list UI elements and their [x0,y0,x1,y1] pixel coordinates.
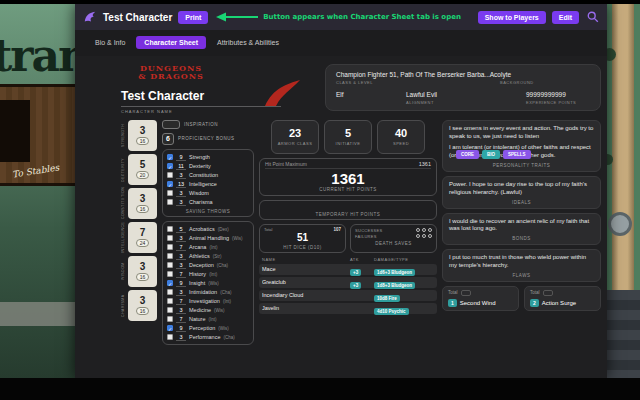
failure-pip[interactable] [428,234,432,238]
temp-hp-box[interactable]: TEMPORARY HIT POINTS [259,200,437,220]
map-stone-path [0,302,80,326]
attack-bonus[interactable]: +3 [350,282,361,289]
skill-checkbox[interactable] [167,226,173,232]
skill-checkbox[interactable] [167,325,173,331]
skill-name: Deception [189,262,214,268]
ability-intelligence[interactable]: INTELLIGENCE 724 [121,222,157,253]
hit-points-box: Hit Point Maximum 1361 1361 CURRENT HIT … [259,158,437,196]
hit-dice-label: HIT DICE (D10) [264,245,341,250]
ability-strength[interactable]: STRENGTH 316 [121,120,157,151]
skill-row[interactable]: 9Insight(Wis) [167,279,249,288]
dragon-icon [82,10,97,25]
save-checkbox[interactable] [167,154,173,160]
attack-name: Mace [262,266,350,272]
bio-badge[interactable]: BIO [482,150,500,159]
feature-roll[interactable]: 1 Second Wind [448,299,513,307]
skill-row[interactable]: 7Nature(Int) [167,315,249,324]
attack-row[interactable]: Javelin 4d10 Psychic [259,303,437,314]
screen: trand To Stables Test Character Print Bu… [0,0,640,400]
skill-checkbox[interactable] [167,316,173,322]
attacks-header-name: NAME [262,257,350,262]
saving-throw-row[interactable]: 11 Dexterity [167,162,249,171]
attack-damage[interactable]: 4d10 Psychic [374,308,409,315]
success-pip[interactable] [416,228,420,232]
skill-row[interactable]: 3Performance(Cha) [167,333,249,342]
skill-checkbox[interactable] [167,280,173,286]
flaws-box: I put too much trust in those who wield … [442,249,601,282]
skill-row[interactable]: 3Deception(Cha) [167,261,249,270]
skill-checkbox[interactable] [167,289,173,295]
saving-throw-row[interactable]: 13 Intelligence [167,180,249,189]
save-checkbox[interactable] [167,199,173,205]
skill-name: History [189,271,206,277]
skill-row[interactable]: 7History(Int) [167,270,249,279]
skill-checkbox[interactable] [167,244,173,250]
success-pip[interactable] [422,228,426,232]
skill-row[interactable]: 7Investigation(Int) [167,297,249,306]
core-badge[interactable]: CORE [456,150,479,159]
speed-box[interactable]: 40 SPEED [377,120,425,154]
character-info-panel[interactable]: Champion Fighter 51, Path Of The Berserk… [325,64,601,111]
edit-button[interactable]: Edit [552,11,579,24]
dnd-logo: DUNGEONS & DRAGONS [121,64,221,81]
skill-row[interactable]: 3Intimidation(Cha) [167,288,249,297]
feature-total-box[interactable] [461,290,471,296]
skill-ability: (Int) [209,245,217,250]
feature-roll[interactable]: 2 Action Surge [530,299,595,307]
show-to-players-button[interactable]: Show to Players [478,11,546,24]
failure-pip[interactable] [416,234,420,238]
skill-row[interactable]: 3Athletics(Str) [167,252,249,261]
save-checkbox[interactable] [167,163,173,169]
temp-hp-label: TEMPORARY HIT POINTS [316,212,381,217]
search-icon[interactable] [585,10,600,25]
ability-charisma[interactable]: CHARISMA 316 [121,290,157,321]
ability-constitution[interactable]: CONSTITUTION 316 [121,188,157,219]
skill-row[interactable]: 3Animal Handling(Wis) [167,234,249,243]
skill-row[interactable]: 7Arcana(Int) [167,243,249,252]
save-checkbox[interactable] [167,181,173,187]
skill-checkbox[interactable] [167,334,173,340]
failure-pip[interactable] [422,234,426,238]
speed-value: 40 [395,128,407,139]
skill-checkbox[interactable] [167,298,173,304]
save-checkbox[interactable] [167,172,173,178]
skill-row[interactable]: 5Acrobatics(Dex) [167,225,249,234]
tab-character-sheet[interactable]: Character Sheet [136,36,206,49]
ability-label: DEXTERITY [121,154,127,185]
armor-class-box[interactable]: 23 ARMOR CLASS [271,120,319,154]
print-button[interactable]: Print [178,11,208,24]
save-value: 3 [176,199,186,206]
skill-row[interactable]: 3Medicine(Wis) [167,306,249,315]
saving-throw-row[interactable]: 9 Strength [167,153,249,162]
saving-throw-row[interactable]: 3 Charisma [167,198,249,207]
trait-text: I see omens in every event and action. T… [449,125,594,141]
skills-group: 5Acrobatics(Dex) 3Animal Handling(Wis) 7… [162,221,254,345]
feature-total-box[interactable] [543,290,553,296]
skill-checkbox[interactable] [167,271,173,277]
spells-badge[interactable]: SPELLS [503,150,531,159]
success-pip[interactable] [428,228,432,232]
save-checkbox[interactable] [167,190,173,196]
initiative-box[interactable]: 5 INITIATIVE [324,120,372,154]
saving-throw-row[interactable]: 3 Constitution [167,171,249,180]
skill-checkbox[interactable] [167,262,173,268]
hp-max-value[interactable]: 1361 [419,161,431,167]
inspiration-box[interactable] [162,120,180,129]
skill-checkbox[interactable] [167,253,173,259]
hit-dice-box[interactable]: Total 107 51 HIT DICE (D10) [259,224,346,253]
saving-throw-row[interactable]: 3 Wisdom [167,189,249,198]
ability-dexterity[interactable]: DEXTERITY 520 [121,154,157,185]
feature-count-badge[interactable]: 1 [448,299,457,307]
skill-row[interactable]: 9Perception(Wis) [167,324,249,333]
combat-column: 23 ARMOR CLASS 5 INITIATIVE 40 SPEED [259,120,437,349]
current-hp-value[interactable]: 1361 [265,170,431,187]
tab-attributes-abilities[interactable]: Attributes & Abilities [209,36,287,49]
character-name[interactable]: Test Character [121,89,281,107]
ability-wisdom[interactable]: WISDOM 316 [121,256,157,287]
save-value: 13 [176,181,186,188]
tab-bio-info[interactable]: Bio & Info [87,36,133,49]
skill-checkbox[interactable] [167,235,173,241]
skill-checkbox[interactable] [167,307,173,313]
background-label: BACKGROUND [500,80,590,85]
feature-count-badge[interactable]: 2 [530,299,539,307]
